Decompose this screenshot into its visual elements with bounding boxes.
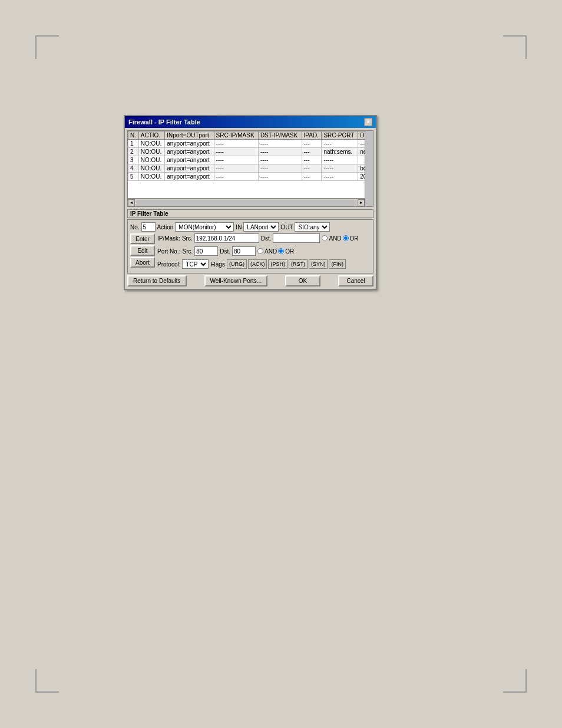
table-row[interactable]: 3NO:OU.anyport=anyport---------------- xyxy=(128,156,373,164)
port-or-radio[interactable] xyxy=(278,248,284,254)
table-cell: --- xyxy=(302,140,322,148)
table-cell: ---- xyxy=(214,173,258,181)
table-cell: ---- xyxy=(258,140,302,148)
ip-and-radio[interactable] xyxy=(322,235,328,241)
out-select[interactable]: SIO:any LANport WANport xyxy=(295,222,330,232)
port-and-radio[interactable] xyxy=(257,248,263,254)
table-row[interactable]: 4NO:OU.anyport=anyport----------------bo… xyxy=(128,164,373,173)
dialog-title: Firewall - IP Filter Table xyxy=(128,118,200,126)
flag-ack[interactable]: (ACK) xyxy=(248,259,267,269)
form-content: IP/Mask: Src. Dst. AND OR xyxy=(157,233,371,271)
table-cell: 5 xyxy=(128,173,139,181)
flag-rst[interactable]: (RST) xyxy=(289,259,308,269)
table-cell: ---- xyxy=(258,148,302,156)
protocol-flags-row: Protocol: TCP UDP ICMP any Flags (URG) (… xyxy=(157,259,371,269)
filter-table-section: N. ACTIO. INport=OUTport SRC-IP/MASK DST… xyxy=(127,130,373,207)
protocol-select[interactable]: TCP UDP ICMP any xyxy=(182,259,209,269)
table-cell: anyport=anyport xyxy=(165,164,214,173)
action-label: Action xyxy=(157,224,174,230)
portsrc-label: Src. xyxy=(182,248,193,255)
firewall-dialog: Firewall - IP Filter Table × N. ACTIO. I… xyxy=(124,115,377,290)
vertical-scrollbar[interactable] xyxy=(365,131,373,206)
flags-label: Flags xyxy=(210,261,224,268)
corner-bracket-top-left xyxy=(35,35,59,59)
form-section: No. Action MON(Monitor) DENY PASS IN LAN… xyxy=(127,219,373,274)
table-row[interactable]: 1NO:OU.anyport=anyport------------------ xyxy=(128,140,373,148)
port-and-or-group: AND OR xyxy=(257,248,294,255)
edit-button[interactable]: Edit xyxy=(130,245,155,256)
well-known-button[interactable]: Well-Known Ports... xyxy=(204,275,268,286)
table-cell: --- xyxy=(302,156,322,164)
horizontal-scrollbar[interactable]: ◄ ► xyxy=(128,198,365,206)
portno-row: Port No.: Src. Dst. AND OR xyxy=(157,246,371,256)
table-cell: 2 xyxy=(128,148,139,156)
table-cell: NO:OU. xyxy=(138,140,165,148)
port-src-input[interactable] xyxy=(194,246,218,256)
portno-label: Port No.: xyxy=(157,248,180,255)
port-or-label: OR xyxy=(285,248,294,255)
ok-button[interactable]: OK xyxy=(285,275,320,286)
table-row[interactable]: 2NO:OU.anyport=anyport-----------nath:se… xyxy=(128,148,373,156)
dialog-body: N. ACTIO. INport=OUTport SRC-IP/MASK DST… xyxy=(125,128,376,289)
ip-or-label: OR xyxy=(350,235,359,242)
out-label: OUT xyxy=(280,224,293,230)
flag-fin[interactable]: (FIN) xyxy=(329,259,346,269)
in-label: IN xyxy=(236,224,242,230)
no-label: No. xyxy=(130,224,140,230)
filter-table: N. ACTIO. INport=OUTport SRC-IP/MASK DST… xyxy=(128,131,373,181)
cancel-button[interactable]: Cancel xyxy=(338,275,373,286)
flag-syn[interactable]: (SYN) xyxy=(309,259,328,269)
corner-bracket-top-right xyxy=(503,35,527,59)
table-cell: 3 xyxy=(128,156,139,164)
col-header-src-port: SRC-PORT xyxy=(322,131,358,140)
table-cell: anyport=anyport xyxy=(165,156,214,164)
table-cell: ---- xyxy=(214,140,258,148)
table-cell: ---- xyxy=(258,173,302,181)
table-cell: anyport=anyport xyxy=(165,140,214,148)
port-dst-input[interactable] xyxy=(232,246,256,256)
action-select[interactable]: MON(Monitor) DENY PASS xyxy=(175,222,234,232)
dialog-titlebar: Firewall - IP Filter Table × xyxy=(125,116,376,128)
col-header-src-ip: SRC-IP/MASK xyxy=(214,131,258,140)
src-ip-input[interactable] xyxy=(194,233,259,243)
table-cell: NO:OU. xyxy=(138,148,165,156)
table-cell: ---- xyxy=(258,156,302,164)
form-row-1: No. Action MON(Monitor) DENY PASS IN LAN… xyxy=(130,222,371,232)
col-header-n: N. xyxy=(128,131,139,140)
scroll-left[interactable]: ◄ xyxy=(128,199,135,206)
ip-or-radio[interactable] xyxy=(343,235,349,241)
table-row[interactable]: 5NO:OU.anyport=anyport----------------20… xyxy=(128,173,373,181)
enter-button[interactable]: Enter xyxy=(130,233,155,244)
return-defaults-button[interactable]: Return to Defaults xyxy=(127,275,187,286)
flag-urg[interactable]: (URG) xyxy=(227,259,247,269)
table-cell: ---- xyxy=(214,164,258,173)
scroll-track[interactable] xyxy=(136,200,356,206)
port-and-label: AND xyxy=(265,248,277,255)
table-cell: --- xyxy=(302,148,322,156)
no-input[interactable] xyxy=(141,222,156,232)
corner-bracket-bottom-right xyxy=(503,669,527,693)
flag-psh[interactable]: (PSH) xyxy=(268,259,287,269)
close-button[interactable]: × xyxy=(364,118,372,126)
corner-bracket-bottom-left xyxy=(35,669,59,693)
col-header-dst-ip: DST-IP/MASK xyxy=(258,131,302,140)
bottom-main: Enter Edit Abort IP/Mask: Src. Dst. xyxy=(130,233,371,271)
dst-ip-input[interactable] xyxy=(273,233,320,243)
flags-buttons: (URG) (ACK) (PSH) (RST) (SYN) (FIN) xyxy=(227,259,346,269)
table-cell: ----- xyxy=(322,173,358,181)
table-cell: ---- xyxy=(258,164,302,173)
ip-and-label: AND xyxy=(329,235,341,242)
col-header-ipad: IPAD. xyxy=(302,131,322,140)
ipmask-label: IP/Mask: xyxy=(157,235,180,242)
in-select[interactable]: LANport WANport any xyxy=(243,222,279,232)
src-label-ip: Src. xyxy=(182,235,193,242)
scroll-right[interactable]: ► xyxy=(358,199,365,206)
close-icon: × xyxy=(366,119,369,125)
table-cell: NO:OU. xyxy=(138,173,165,181)
table-cell: ----- xyxy=(322,156,358,164)
abort-button[interactable]: Abort xyxy=(130,257,155,268)
table-cell: 4 xyxy=(128,164,139,173)
table-cell: ----- xyxy=(322,164,358,173)
table-cell: ---- xyxy=(214,148,258,156)
table-cell: NO:OU. xyxy=(138,156,165,164)
